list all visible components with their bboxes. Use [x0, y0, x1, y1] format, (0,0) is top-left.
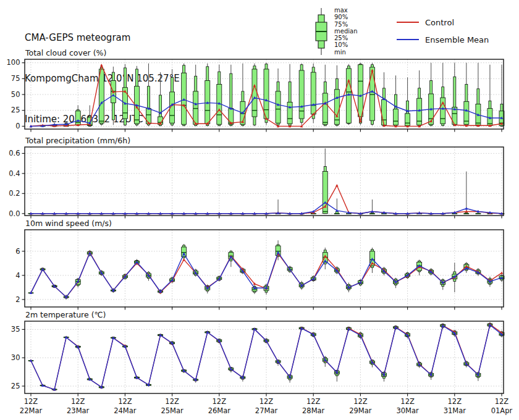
y-tick-label: 0.0 — [9, 209, 20, 218]
box-25-75 — [394, 109, 399, 125]
meteogram-chart: 02550751000.00.20.40.624625303512Z22Mar1… — [0, 0, 519, 420]
control-line — [31, 185, 502, 214]
x-tick-day-label: 27Mar — [255, 406, 278, 415]
control-line-markers — [30, 184, 504, 215]
box-25-75 — [276, 91, 281, 123]
box-25-75 — [358, 65, 363, 117]
panel-frame — [25, 321, 504, 393]
grid — [25, 147, 504, 216]
box-25-75 — [405, 114, 410, 126]
y-tick-label: 2 — [15, 295, 20, 304]
box-25-75 — [193, 91, 198, 124]
box-25-75 — [264, 69, 269, 119]
y-axis: 0255075100 — [7, 58, 25, 130]
grid — [25, 321, 504, 393]
x-tick-day-label: 30Mar — [396, 406, 419, 415]
y-tick-label: 0 — [15, 122, 20, 130]
box-25-75 — [182, 247, 187, 257]
box-25-75 — [75, 111, 80, 125]
x-tick-day-label: 29Mar — [349, 406, 372, 415]
box-25-75 — [99, 69, 104, 123]
box-25-75 — [311, 72, 316, 114]
x-tick-day-label: 01Apr — [491, 406, 513, 415]
box-25-75 — [346, 69, 351, 123]
x-tick-hour-label: 12Z — [24, 397, 38, 406]
x-axis: 12Z22Mar12Z23Mar12Z24Mar12Z25Mar12Z26Mar… — [20, 393, 513, 415]
boxplots — [28, 148, 504, 214]
y-tick-label: 50 — [11, 90, 20, 99]
y-tick-label: 0.4 — [9, 169, 20, 178]
x-tick-hour-label: 12Z — [260, 397, 274, 406]
x-tick-day-label: 28Mar — [302, 406, 325, 415]
x-tick-hour-label: 12Z — [306, 397, 321, 406]
box-25-75 — [369, 67, 374, 120]
y-tick-label: 0.2 — [9, 189, 20, 198]
x-tick-hour-label: 12Z — [400, 397, 415, 406]
x-tick-day-label: 22Mar — [20, 406, 43, 415]
y-tick-label: 75 — [11, 74, 20, 83]
x-tick-hour-label: 12Z — [448, 397, 462, 406]
y-axis: 253035 — [11, 325, 25, 390]
box-25-75 — [252, 69, 257, 117]
panel-2: 246 — [15, 230, 504, 310]
panel-1: 0.00.20.40.6 — [9, 147, 504, 219]
x-tick-hour-label: 12Z — [213, 397, 227, 406]
y-tick-label: 100 — [7, 58, 20, 67]
panel-3: 25303512Z22Mar12Z23Mar12Z24Mar12Z25Mar12… — [11, 321, 513, 415]
box-25-75 — [287, 102, 292, 124]
y-tick-label: 25 — [11, 382, 20, 390]
x-tick-hour-label: 12Z — [495, 397, 509, 406]
x-tick-day-label: 23Mar — [67, 406, 90, 415]
box-25-75 — [334, 90, 339, 125]
panel-0: 0255075100 — [7, 58, 504, 132]
box-25-75 — [382, 99, 387, 125]
x-tick-hour-label: 12Z — [118, 397, 132, 406]
y-tick-label: 6 — [15, 247, 20, 256]
x-tick-hour-label: 12Z — [353, 397, 368, 406]
y-tick-label: 4 — [15, 271, 20, 280]
x-tick-day-label: 26Mar — [208, 406, 231, 415]
grid — [25, 230, 504, 307]
boxplots — [40, 63, 504, 127]
meteogram-page: { "header": { "title": "CMA-GEPS meteogr… — [0, 0, 519, 420]
y-axis: 246 — [15, 247, 25, 304]
y-axis: 0.00.20.40.6 — [9, 149, 25, 217]
y-tick-label: 35 — [11, 325, 20, 334]
panel-frame — [25, 147, 504, 216]
x-tick-hour-label: 12Z — [165, 397, 179, 406]
y-tick-label: 25 — [11, 106, 20, 114]
x-tick-day-label: 25Mar — [161, 406, 184, 415]
y-tick-label: 30 — [11, 353, 20, 362]
x-tick-hour-label: 12Z — [71, 397, 85, 406]
panel-frame — [25, 230, 504, 307]
x-tick-day-label: 31Mar — [444, 406, 466, 415]
y-tick-label: 0.6 — [9, 149, 20, 158]
box-25-75 — [323, 93, 327, 124]
x-tick-day-label: 24Mar — [114, 406, 137, 415]
